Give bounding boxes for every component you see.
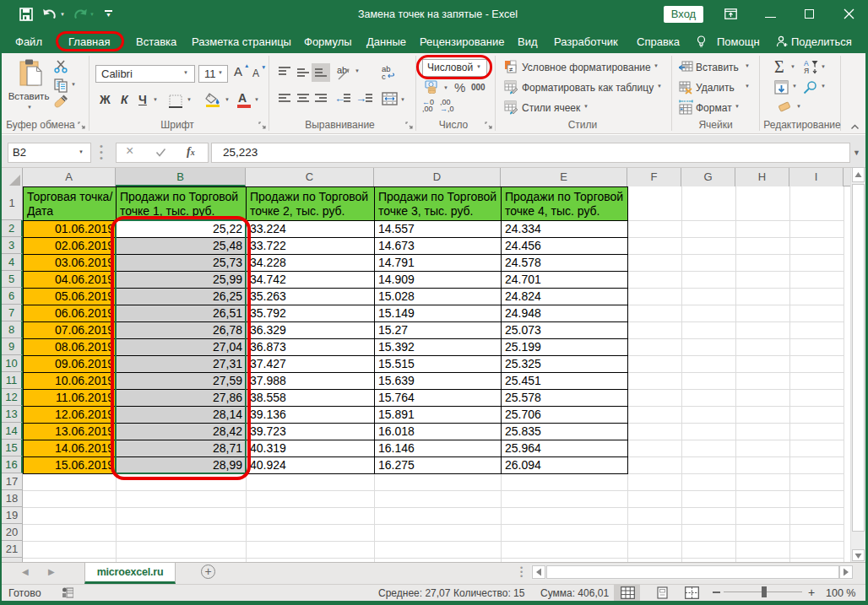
svg-text:≠: ≠ (509, 66, 513, 73)
svg-text:Я: Я (804, 67, 809, 74)
svg-text:c: c (382, 72, 386, 80)
